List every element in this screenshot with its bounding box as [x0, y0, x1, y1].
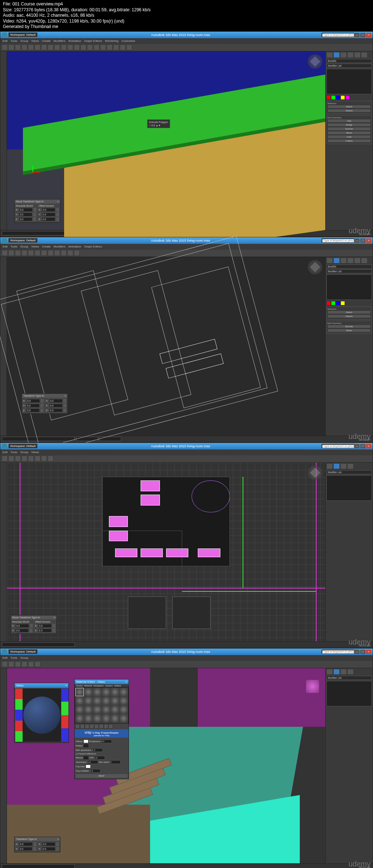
panel-1: Workspace: Default Autodesk 3ds Max 2015… — [0, 31, 373, 237]
close-icon[interactable]: × — [57, 200, 59, 203]
close-button[interactable]: × — [366, 33, 371, 37]
move-transform-dialog[interactable]: Move Transform Type-In× Absolute:World X… — [14, 199, 60, 223]
app-title: Autodesk 3ds Max 2015 living-room.max — [40, 33, 322, 37]
subobj-border[interactable] — [336, 95, 340, 100]
menu-item[interactable]: Rendering — [105, 39, 118, 43]
viewcube[interactable] — [306, 680, 319, 693]
file-info-header: File: 001 Course overview.mp4 Size: 1927… — [0, 0, 373, 31]
toolbar-button[interactable] — [54, 44, 60, 50]
toolbar-button[interactable] — [107, 44, 113, 50]
viewcube[interactable] — [308, 54, 322, 69]
material-preview-window[interactable]: Glass× — [14, 683, 69, 743]
modifier-stack[interactable] — [326, 69, 372, 94]
toolbar-button[interactable] — [87, 44, 93, 50]
minimize-button[interactable]: – — [354, 33, 360, 37]
close-icon[interactable]: × — [125, 680, 127, 683]
toolbar-button[interactable] — [8, 44, 14, 50]
material-editor[interactable]: Material Editor - Glass× ModesMaterialNa… — [74, 679, 129, 779]
toolbar-button[interactable] — [100, 44, 106, 50]
menu-item[interactable]: Customize — [121, 39, 135, 43]
titlebar: Workspace: Default Autodesk 3ds Max 2015… — [0, 237, 373, 244]
hierarchy-tab[interactable] — [340, 52, 347, 58]
panel-4: Workspace: DefaultAutodesk 3ds Max 2015 … — [0, 648, 373, 868]
toolbar-button[interactable] — [15, 44, 21, 50]
command-panel: Box001 Modifier List SelectionAttachDeta… — [325, 257, 373, 436]
subobj-edge[interactable] — [331, 95, 335, 100]
transform-dialog[interactable]: Transform Type-In× X:Y:Z: X:Y:Z: — [21, 393, 68, 414]
extrude-caddy[interactable]: Extrude Polygon □ 0.0 ▲▼ — [147, 119, 170, 128]
command-panel: Box001 Modifier List Selection Attach De… — [325, 51, 373, 230]
search-input[interactable] — [322, 33, 354, 37]
object-name[interactable]: Box001 — [326, 59, 372, 63]
viewcube[interactable] — [308, 260, 322, 274]
toolbar-button[interactable] — [113, 44, 119, 50]
toolbar-button[interactable] — [48, 44, 54, 50]
generated-line: Generated by Thumbnail me — [3, 24, 370, 30]
toolbar-button[interactable] — [94, 44, 99, 50]
motion-tab[interactable] — [347, 52, 354, 58]
toolbar-button[interactable] — [28, 44, 34, 50]
app-icon — [2, 32, 7, 37]
viewport-perspective[interactable]: Glass× Material Editor - Glass× ModesMat… — [7, 668, 325, 863]
toolbar-button[interactable] — [61, 44, 67, 50]
file-line: File: 001 Course overview.mp4 — [3, 1, 370, 7]
menu-item[interactable]: Animation — [68, 39, 81, 43]
viewport-perspective[interactable]: Extrude Polygon □ 0.0 ▲▼ Move Transform … — [7, 51, 325, 230]
workspace-dropdown[interactable]: Workspace: Default — [8, 32, 38, 37]
transform-dialog[interactable]: Transform Type-In× X:Y:X:Y: — [14, 837, 60, 852]
toolbar-button[interactable] — [126, 44, 132, 50]
toolbar-button[interactable] — [35, 44, 40, 50]
viewport-top[interactable]: Move Transform Type-In× Absolute:WorldX:… — [7, 463, 325, 641]
close-icon[interactable]: × — [65, 684, 67, 687]
toolbar-button[interactable] — [120, 44, 126, 50]
toolbar-button[interactable] — [2, 44, 8, 50]
modifier-list[interactable]: Modifier List — [326, 64, 372, 68]
subobj-polygon[interactable] — [341, 95, 345, 100]
main-toolbar — [0, 44, 373, 51]
menu-item[interactable]: Create — [42, 39, 51, 43]
size-line: Size: 19277376 bytes (18.38 MiB), durati… — [3, 7, 370, 13]
menu-item[interactable]: Tools — [11, 39, 17, 43]
menu-item[interactable]: Graph Editors — [84, 39, 102, 43]
video-line: Video: h264, yuv420p, 1280x720, 1198 kb/… — [3, 19, 370, 24]
toolbar-button[interactable] — [81, 44, 86, 50]
toolbar-button[interactable] — [21, 44, 27, 50]
panel-3: Workspace: DefaultAutodesk 3ds Max 2015 … — [0, 443, 373, 648]
titlebar: Workspace: Default Autodesk 3ds Max 2015… — [0, 32, 373, 38]
menu-item[interactable]: Edit — [3, 39, 8, 43]
prompt — [2, 231, 75, 235]
move-transform-dialog[interactable]: Move Transform Type-In× Absolute:WorldX:… — [11, 615, 57, 634]
subobj-vertex[interactable] — [326, 95, 331, 100]
menubar: Edit Tools Group Views Create Modifiers … — [0, 38, 373, 44]
timestamp: 00:00:24 — [359, 233, 370, 236]
audio-line: Audio: aac, 44100 Hz, 2 channels, s16, 8… — [3, 13, 370, 19]
modify-tab[interactable] — [333, 52, 340, 58]
panel-2: Workspace: Default Autodesk 3ds Max 2015… — [0, 237, 373, 443]
toolbar-button[interactable] — [41, 44, 47, 50]
viewport-wireframe[interactable]: Transform Type-In× X:Y:Z: X:Y:Z: — [7, 257, 325, 436]
display-tab[interactable] — [354, 52, 361, 58]
menu-item[interactable]: Modifiers — [54, 39, 65, 43]
toolbar-button[interactable] — [74, 44, 80, 50]
material-sphere — [23, 697, 60, 734]
maximize-button[interactable]: □ — [360, 33, 365, 37]
toolbar-button[interactable] — [67, 44, 73, 50]
create-tab[interactable] — [326, 52, 333, 58]
menu-item[interactable]: Group — [20, 39, 28, 43]
subobj-element[interactable] — [345, 95, 350, 100]
move-gizmo[interactable] — [32, 166, 40, 173]
material-slot[interactable] — [75, 688, 84, 696]
menu-item[interactable]: Views — [31, 39, 39, 43]
viewcube[interactable] — [308, 465, 322, 480]
utilities-tab[interactable] — [361, 52, 368, 58]
left-rail — [0, 51, 7, 230]
